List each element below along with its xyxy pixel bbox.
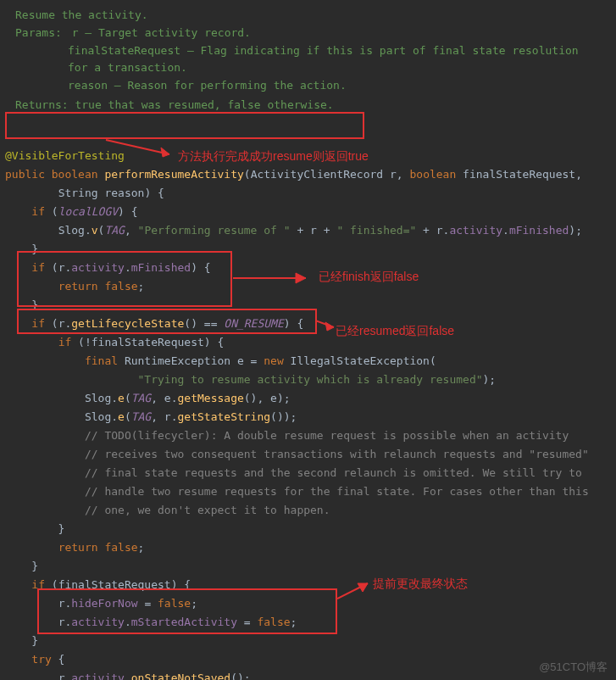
svg-marker-3 xyxy=(296,273,306,283)
arrow-4 xyxy=(337,577,376,602)
javadoc-block: Resume the activity. Params: r – Target … xyxy=(0,0,616,123)
svg-marker-1 xyxy=(161,148,169,157)
annotation-4: 提前更改最终状态 xyxy=(373,577,468,592)
arrow-3 xyxy=(315,315,341,332)
arrow-1 xyxy=(102,136,178,161)
doc-params: Params: r – Target activity record. xyxy=(15,25,601,42)
arrow-2 xyxy=(233,270,318,287)
svg-line-0 xyxy=(106,140,169,154)
watermark: @51CTO博客 xyxy=(539,660,608,675)
doc-summary: Resume the activity. xyxy=(15,7,601,25)
code-editor[interactable]: @VisibleForTesting public boolean perfor… xyxy=(0,123,616,680)
annotation-1: 方法执行完成成功resume则返回true xyxy=(178,149,369,164)
annotation-3: 已经resumed返回false xyxy=(336,324,454,339)
annotation-2: 已经finish返回false xyxy=(319,270,419,285)
svg-marker-5 xyxy=(325,322,334,331)
doc-returns: Returns: true that was resumed, false ot… xyxy=(15,98,334,111)
